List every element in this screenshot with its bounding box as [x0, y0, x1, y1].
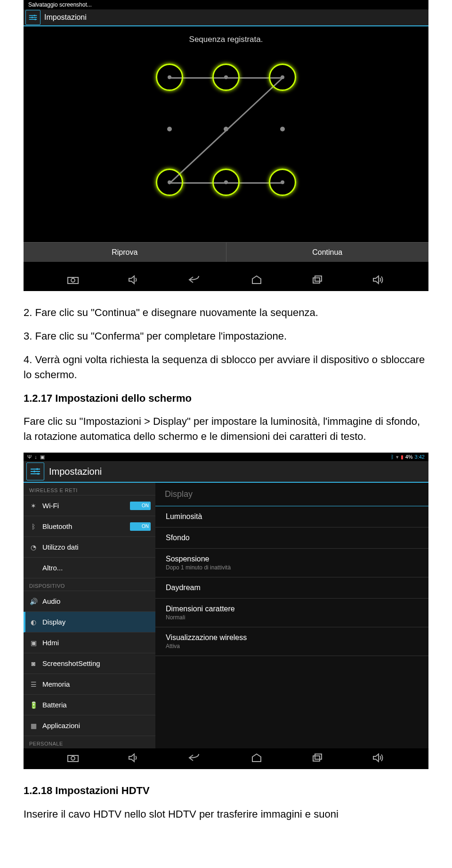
- svg-marker-23: [373, 754, 379, 762]
- pattern-dot-2[interactable]: [212, 64, 240, 91]
- audio-icon: 🔊: [28, 598, 39, 605]
- sidebar-item-hdmi[interactable]: ▣ Hdmi: [24, 633, 155, 653]
- hdmi-icon: ▣: [28, 639, 39, 647]
- svg-marker-8: [129, 276, 134, 284]
- row-font-size[interactable]: Dimensioni carattere Normali: [155, 599, 428, 627]
- sidebar-item-more[interactable]: Altro...: [24, 558, 155, 578]
- volume-down-icon[interactable]: [128, 753, 139, 764]
- svg-rect-21: [313, 756, 320, 761]
- row-wallpaper[interactable]: Sfondo: [155, 527, 428, 549]
- settings-icon: [25, 10, 40, 25]
- retry-button[interactable]: Riprova: [24, 243, 226, 262]
- pattern-dot-8[interactable]: [212, 169, 240, 196]
- back-icon[interactable]: [187, 753, 202, 764]
- display-settings-screenshot: Ψ ↓ ▣ ᛒ ▾ ▮ 4% 3:42 Impostazioni WIRELES…: [24, 453, 428, 769]
- pattern-dot-7[interactable]: [156, 169, 183, 196]
- wifi-status-icon: ▾: [396, 454, 399, 460]
- svg-rect-9: [313, 278, 320, 283]
- doc-heading-1-2-18: 1.2.18 Impostazioni HDTV: [24, 783, 428, 798]
- pattern-buttons-row: Riprova Continua: [24, 242, 428, 262]
- doc-hdtv-intro: Inserire il cavo HDTV nello slot HDTV pe…: [24, 807, 428, 822]
- camera-icon[interactable]: [67, 753, 79, 764]
- sidebar-item-storage[interactable]: ☰ Memoria: [24, 674, 155, 695]
- sidebar-item-battery[interactable]: 🔋 Batteria: [24, 695, 155, 715]
- pattern-dot-5[interactable]: [224, 127, 228, 131]
- wifi-toggle[interactable]: ON: [130, 502, 151, 510]
- svg-rect-10: [315, 276, 322, 281]
- app-header: Impostazioni: [24, 9, 428, 26]
- home-icon[interactable]: [250, 753, 263, 764]
- nav-bar: [24, 270, 428, 291]
- volume-up-icon[interactable]: [372, 275, 385, 286]
- doc-heading-1-2-17: 1.2.17 Impostazioni dello schermo: [24, 391, 428, 406]
- bluetooth-toggle[interactable]: ON: [130, 522, 151, 531]
- category-device: DISPOSITIVO: [24, 578, 155, 591]
- category-wireless: WIRELESS E RETI: [24, 483, 155, 495]
- doc-text-block-1: 2. Fare clic su "Continua" e disegnare n…: [24, 305, 428, 444]
- pattern-dot-3[interactable]: [269, 64, 296, 91]
- battery-pct: 4%: [405, 454, 413, 460]
- storage-icon: ☰: [28, 681, 39, 688]
- row-sleep[interactable]: Sospensione Dopo 1 minuto di inattività: [155, 549, 428, 577]
- row-daydream[interactable]: Daydream: [155, 577, 428, 599]
- bluetooth-icon: ᛒ: [28, 523, 39, 530]
- doc-step-2: 2. Fare clic su "Continua" e disegnare n…: [24, 305, 428, 320]
- app-header-2: Impostazioni: [24, 461, 428, 483]
- camera-icon: ◙: [28, 660, 39, 667]
- page-title: Impostazioni: [49, 466, 102, 477]
- svg-point-1: [34, 15, 35, 16]
- doc-text-block-2: 1.2.18 Impostazioni HDTV Inserire il cav…: [24, 783, 428, 822]
- sidebar-item-apps[interactable]: ▦ Applicazioni: [24, 715, 155, 736]
- sidebar-item-bluetooth[interactable]: ᛒ Bluetooth ON: [24, 516, 155, 537]
- status-bar-2: Ψ ↓ ▣ ᛒ ▾ ▮ 4% 3:42: [24, 453, 428, 461]
- row-brightness[interactable]: Luminosità: [155, 506, 428, 527]
- pattern-dot-9[interactable]: [269, 169, 296, 196]
- display-icon: ◐: [28, 618, 39, 626]
- camera-icon[interactable]: [67, 275, 79, 286]
- doc-display-intro: Fare clic su "Impostazioni > Display" pe…: [24, 414, 428, 444]
- apps-icon: ▦: [28, 722, 39, 730]
- doc-step-4: 4. Verrà ogni volta richiesta la sequenz…: [24, 352, 428, 382]
- sidebar-item-audio[interactable]: 🔊 Audio: [24, 591, 155, 612]
- continue-button[interactable]: Continua: [226, 243, 429, 262]
- svg-rect-22: [315, 754, 322, 759]
- status-time: 3:42: [415, 454, 425, 460]
- pattern-dot-6[interactable]: [280, 127, 285, 131]
- svg-point-3: [32, 16, 33, 18]
- sidebar-item-data-usage[interactable]: ◔ Utilizzo dati: [24, 537, 155, 558]
- image-icon: ▣: [40, 454, 45, 460]
- recent-apps-icon[interactable]: [311, 753, 323, 764]
- category-personal: PERSONALE: [24, 736, 155, 748]
- download-icon: ↓: [34, 454, 37, 460]
- svg-marker-20: [129, 754, 134, 762]
- sidebar-item-wifi[interactable]: ✶ Wi-Fi ON: [24, 495, 155, 516]
- usb-icon: Ψ: [27, 454, 32, 460]
- settings-main-panel: Display Luminosità Sfondo Sospensione Do…: [155, 483, 428, 748]
- pattern-grid[interactable]: [132, 63, 320, 190]
- settings-icon: [26, 462, 44, 480]
- svg-point-15: [33, 471, 35, 472]
- wifi-icon: ✶: [28, 502, 39, 510]
- battery-icon: 🔋: [28, 701, 39, 709]
- settings-sidebar: WIRELESS E RETI ✶ Wi-Fi ON ᛒ Bluetooth O…: [24, 483, 155, 748]
- svg-point-17: [37, 473, 39, 475]
- row-wireless-display[interactable]: Visualizzazione wireless Attiva: [155, 627, 428, 656]
- volume-up-icon[interactable]: [372, 753, 385, 764]
- sidebar-item-display[interactable]: ◐ Display: [24, 612, 155, 633]
- pattern-dot-4[interactable]: [167, 127, 172, 131]
- svg-point-7: [71, 278, 75, 282]
- back-icon[interactable]: [187, 275, 202, 286]
- data-usage-icon: ◔: [28, 544, 39, 551]
- page-title: Impostazioni: [44, 13, 87, 22]
- pattern-dot-1[interactable]: [156, 64, 183, 91]
- recent-apps-icon[interactable]: [311, 275, 323, 286]
- main-panel-title: Display: [155, 483, 428, 506]
- volume-down-icon[interactable]: [128, 275, 139, 286]
- status-saving-text: Salvataggio screenshot...: [28, 1, 424, 8]
- svg-point-5: [34, 19, 36, 20]
- status-bar: Salvataggio screenshot...: [24, 0, 428, 9]
- svg-point-19: [71, 756, 75, 760]
- home-icon[interactable]: [250, 275, 263, 286]
- pattern-body: Sequenza registrata. Riprova Continua: [24, 26, 428, 270]
- sidebar-item-screenshot-setting[interactable]: ◙ ScreenshotSetting: [24, 653, 155, 674]
